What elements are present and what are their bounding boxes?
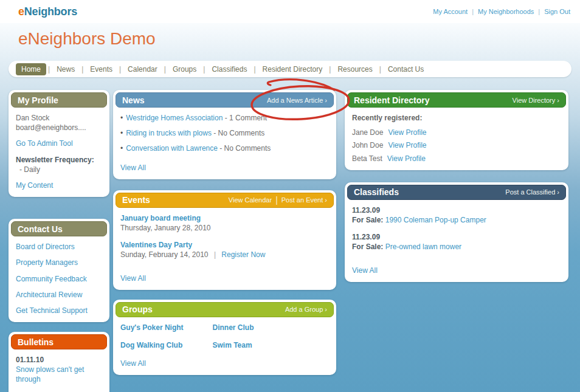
separator — [538, 8, 540, 15]
classified-date: 11.23.09 — [352, 232, 561, 242]
contact-us-header: Contact Us — [11, 221, 107, 236]
profile-email: board@eneighbors.... — [16, 123, 102, 132]
groups-panel: Groups Add a Group › Guy's Poker Night D… — [113, 300, 336, 376]
events-body: January board meeting Thursday, January … — [116, 208, 334, 287]
group-link[interactable]: Dinner Club — [213, 323, 305, 332]
view-profile-link[interactable]: View Profile — [387, 154, 426, 163]
classifieds-body: 11.23.09 For Sale: 1990 Coleman Pop-up C… — [347, 200, 566, 280]
resident-row: Beta TestView Profile — [352, 154, 561, 163]
events-header-actions: View Calendar Post an Event › — [229, 195, 327, 205]
main-navigation: Home News Events Calendar Groups Classif… — [9, 61, 571, 77]
resident-row: John DoeView Profile — [352, 140, 561, 150]
event-date: Thursday, January 28, 2010 — [120, 223, 329, 233]
separator — [203, 65, 205, 74]
event-item: Valentines Day Party Sunday, February 14… — [120, 240, 329, 260]
group-link[interactable]: Dog Walking Club — [120, 340, 213, 350]
events-view-all-link[interactable]: View All — [120, 273, 146, 283]
post-a-classified-link[interactable]: Post a Classified › — [505, 188, 559, 196]
nav-item-calendar[interactable]: Calendar — [123, 64, 162, 75]
news-title: News — [122, 95, 145, 105]
groups-header: Groups Add a Group › — [116, 302, 334, 317]
event-title-link[interactable]: January board meeting — [120, 214, 201, 222]
add-a-group-link[interactable]: Add a Group › — [285, 306, 327, 313]
newsletter-frequency-label: Newsletter Frequency: — [16, 155, 102, 165]
resident-name: Jane Doe — [352, 128, 383, 137]
my-content-link[interactable]: My Content — [16, 181, 53, 190]
middle-column: News Add a News Article › Westridge Home… — [113, 90, 336, 375]
classified-link[interactable]: 1990 Coleman Pop-up Camper — [385, 216, 486, 224]
news-comment-count: - No Comments — [212, 129, 264, 137]
top-bar: eNeighbors My Account My Neighborhoods S… — [0, 0, 580, 23]
bulletins-body: 01.11.10 Snow plows can't get through Vi… — [11, 349, 107, 392]
nav-item-events[interactable]: Events — [85, 64, 117, 75]
classified-link[interactable]: Pre-owned lawn mower — [385, 242, 461, 251]
news-view-all-link[interactable]: View All — [120, 163, 146, 173]
resident-directory-panel: Resident Directory View Directory › Rece… — [345, 90, 568, 170]
view-profile-link[interactable]: View Profile — [388, 128, 426, 137]
separator — [379, 65, 381, 74]
nav-item-resources[interactable]: Resources — [333, 64, 377, 75]
bulletin-date: 01.11.10 — [16, 355, 102, 365]
bulletins-panel: Bulletins 01.11.10 Snow plows can't get … — [9, 332, 109, 392]
sign-out-link[interactable]: Sign Out — [544, 8, 570, 15]
post-an-event-link[interactable]: Post an Event › — [281, 196, 327, 204]
event-title-link[interactable]: Valentines Day Party — [120, 241, 192, 249]
get-technical-support-link[interactable]: Get Technical Support — [16, 306, 88, 315]
news-article-link[interactable]: Riding in trucks with plows — [126, 129, 212, 137]
nav-item-home[interactable]: Home — [16, 63, 46, 75]
nav-item-contact-us[interactable]: Contact Us — [383, 64, 429, 75]
nav-item-classifieds[interactable]: Classifieds — [207, 64, 252, 75]
property-managers-link[interactable]: Property Managers — [16, 258, 78, 267]
group-link[interactable]: Guy's Poker Night — [120, 323, 213, 332]
view-profile-link[interactable]: View Profile — [388, 141, 426, 150]
separator — [81, 65, 83, 74]
logo-text-neighbors: Neighbors — [24, 5, 77, 18]
event-item: January board meeting Thursday, January … — [120, 213, 329, 233]
nav-item-groups[interactable]: Groups — [168, 64, 201, 75]
my-account-link[interactable]: My Account — [433, 8, 468, 15]
community-feedback-link[interactable]: Community Feedback — [16, 275, 87, 283]
view-calendar-link[interactable]: View Calendar — [229, 196, 272, 204]
news-comment-count: - 1 Comment — [223, 114, 267, 122]
eneighbors-home-page: eNeighbors My Account My Neighborhoods S… — [0, 0, 580, 392]
page-title: eNeighbors Demo — [18, 29, 156, 49]
board-of-directors-link[interactable]: Board of Directors — [16, 242, 75, 251]
recently-registered-label: Recently registered: — [352, 113, 561, 123]
nav-item-news[interactable]: News — [52, 64, 80, 75]
classified-item: 11.23.09 For Sale: 1990 Coleman Pop-up C… — [352, 205, 561, 225]
news-item: Riding in trucks with plows - No Comment… — [120, 128, 329, 138]
separator — [472, 8, 474, 15]
resident-directory-body: Recently registered: Jane DoeView Profil… — [347, 108, 566, 168]
left-sidebar: My Profile Dan Stock board@eneighbors...… — [9, 90, 109, 392]
events-panel: Events View Calendar Post an Event › Jan… — [113, 190, 336, 290]
logo-text-e: e — [18, 5, 24, 18]
news-article-link[interactable]: Westridge Homes Association — [126, 114, 223, 122]
eneighbors-logo[interactable]: eNeighbors — [18, 5, 77, 18]
contact-us-title: Contact Us — [18, 224, 63, 234]
group-link[interactable]: Swim Team — [213, 340, 305, 350]
classifieds-panel: Classifieds Post a Classified › 11.23.09… — [345, 182, 568, 282]
architectural-review-link[interactable]: Architectural Review — [16, 291, 82, 299]
separator — [119, 65, 121, 74]
my-neighborhoods-link[interactable]: My Neighborhoods — [478, 8, 534, 15]
classifieds-view-all-link[interactable]: View All — [352, 266, 378, 275]
bulletin-link[interactable]: Snow plows can't get through — [16, 365, 84, 383]
nav-item-resident-directory[interactable]: Resident Directory — [258, 64, 328, 75]
add-news-article-link[interactable]: Add a News Article › — [267, 97, 327, 104]
classified-date: 11.23.09 — [352, 205, 561, 215]
my-profile-header: My Profile — [11, 92, 107, 108]
news-article-link[interactable]: Conversation with Lawrence — [126, 144, 218, 153]
news-body: Westridge Homes Association - 1 Comment … — [116, 108, 334, 177]
groups-view-all-link[interactable]: View All — [120, 359, 146, 368]
event-date: Sunday, February 14, 2010 — [120, 250, 209, 259]
account-links: My Account My Neighborhoods Sign Out — [433, 8, 570, 15]
resident-name: John Doe — [352, 141, 383, 150]
classifieds-header: Classifieds Post a Classified › — [347, 185, 566, 200]
register-now-link[interactable]: Register Now — [221, 250, 265, 259]
news-item: Conversation with Lawrence - No Comments — [120, 143, 329, 153]
my-profile-title: My Profile — [18, 95, 58, 105]
groups-grid: Guy's Poker Night Dinner Club Dog Walkin… — [120, 323, 329, 350]
view-directory-link[interactable]: View Directory › — [513, 97, 559, 104]
admin-tool-link[interactable]: Go To Admin Tool — [16, 139, 73, 148]
classified-label: For Sale: — [352, 216, 383, 224]
